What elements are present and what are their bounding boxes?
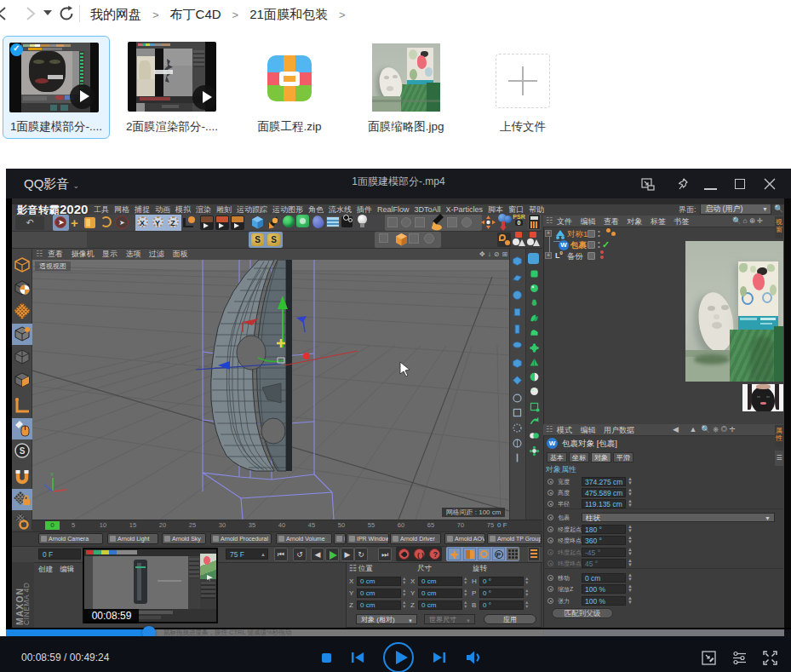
svg-text:Y: Y (50, 472, 54, 477)
svg-text:S: S (20, 446, 26, 456)
